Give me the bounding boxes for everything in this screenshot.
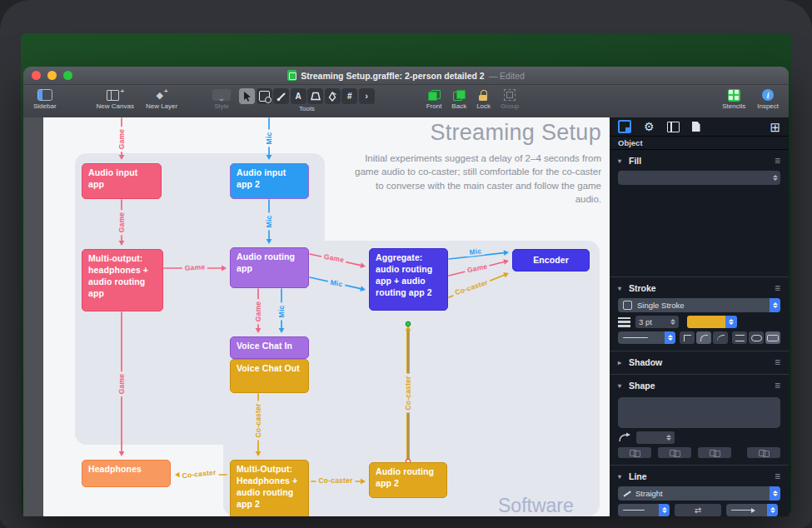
lock-button[interactable]: Lock <box>476 88 491 110</box>
stepper-icon <box>770 486 780 501</box>
object-inspector-tab-icon[interactable] <box>618 120 631 133</box>
line-section-header[interactable]: ▾ Line ≡ <box>610 470 789 483</box>
shape-radius-field[interactable] <box>636 431 675 444</box>
stroke-checkbox[interactable] <box>623 301 632 310</box>
stroke-section-header[interactable]: ▾ Stroke ≡ <box>610 281 789 295</box>
pen-icon <box>327 92 337 102</box>
line-type-popup[interactable]: Straight <box>618 486 780 501</box>
style-button[interactable]: Style <box>212 88 231 110</box>
stroke-type-row: Single Stroke <box>610 298 789 312</box>
node-aggregate[interactable]: Aggregate:audio routing app + audio rout… <box>369 248 448 311</box>
minimize-button[interactable] <box>47 71 57 80</box>
line-tool-button[interactable] <box>273 88 289 104</box>
subtract-button[interactable] <box>698 447 731 458</box>
shape-boolean-row <box>610 447 789 458</box>
stroke-type-popup[interactable]: Single Stroke <box>618 298 780 312</box>
shape-preview-well[interactable] <box>618 397 780 428</box>
canvas-viewport[interactable]: Streaming Setup Initial experiments sugg… <box>23 117 610 516</box>
bring-front-icon <box>428 90 441 101</box>
corner-arc-button[interactable] <box>713 331 728 344</box>
group-icon <box>504 89 516 101</box>
back-button[interactable]: Back <box>451 88 466 110</box>
line-endpoint-handle[interactable] <box>406 321 411 326</box>
stroke-pattern-popup[interactable] <box>618 331 675 344</box>
node-encoder[interactable]: Encoder <box>512 249 590 271</box>
shadow-section-header[interactable]: ▸ Shadow ≡ <box>610 356 789 369</box>
node-audio-input-app[interactable]: Audio input app <box>82 163 162 199</box>
node-voice-chat-out[interactable]: Voice Chat Out <box>230 359 309 393</box>
zoom-button[interactable] <box>63 71 72 80</box>
fill-menu-icon[interactable]: ≡ <box>775 156 780 166</box>
fill-type-popup[interactable] <box>618 171 780 185</box>
arrow-end-icon <box>731 508 755 513</box>
group-button[interactable]: Group <box>501 88 519 110</box>
intersect-button[interactable] <box>658 447 691 458</box>
new-layer-button[interactable]: ◆+ New Layer <box>146 88 177 110</box>
inspect-button[interactable]: i Inspect <box>757 88 779 110</box>
swap-ends-button[interactable]: ⇄ <box>675 504 721 516</box>
node-audio-routing-app[interactable]: Audio routing app <box>230 247 309 288</box>
front-button[interactable]: Front <box>426 88 442 110</box>
stroke-color-swatch <box>687 316 725 328</box>
canvas-tab-icon[interactable] <box>667 122 680 132</box>
close-button[interactable] <box>32 71 41 80</box>
corner-rounded-button[interactable] <box>696 331 711 344</box>
stroke-thickness-icon <box>618 317 630 327</box>
shape-tool-button[interactable] <box>257 88 272 104</box>
document-tab-icon[interactable] <box>692 122 700 132</box>
stroke-style-row <box>610 331 789 344</box>
stroke-width-field[interactable]: 3 pt <box>635 316 679 328</box>
node-headphones[interactable]: Headphones <box>82 460 171 487</box>
fill-type-row <box>610 171 789 185</box>
node-audio-routing-app-2[interactable]: Audio routing app 2 <box>369 462 447 498</box>
more-tools-button[interactable]: › <box>359 88 375 104</box>
diagram-layer: Streaming Setup Initial experiments sugg… <box>23 117 610 516</box>
edge-label: Mic <box>265 213 273 231</box>
chevron-right-icon: ▸ <box>618 359 625 366</box>
chevron-down-icon: ▾ <box>618 285 625 292</box>
tools-group: A # › Tools <box>239 85 375 112</box>
node-audio-input-app-2[interactable]: Audio input app 2 <box>230 163 309 199</box>
rect-stroke-button[interactable] <box>765 331 780 344</box>
new-canvas-button[interactable]: + New Canvas <box>97 88 134 110</box>
divider <box>610 465 789 466</box>
pen-tool-button[interactable] <box>325 88 341 104</box>
line-end-popup[interactable] <box>726 504 778 516</box>
line-menu-icon[interactable]: ≡ <box>775 471 780 481</box>
divide-button[interactable] <box>747 447 780 458</box>
new-canvas-icon <box>107 90 119 101</box>
pill-stroke-button[interactable] <box>749 331 764 344</box>
straight-line-icon <box>623 491 630 496</box>
shape-library-button[interactable] <box>307 88 323 104</box>
shape-section-header[interactable]: ▾ Shape ≡ <box>610 379 789 392</box>
text-tool-button[interactable]: A <box>291 88 306 104</box>
stroke-menu-icon[interactable]: ≡ <box>775 283 780 293</box>
corner-square-button[interactable] <box>680 331 695 344</box>
corner-radius-icon <box>618 432 631 443</box>
stepper-icon <box>770 298 780 312</box>
inspector-grid-icon[interactable]: ⊞ <box>770 121 780 133</box>
shadow-menu-icon[interactable]: ≡ <box>775 357 780 367</box>
stroke-width-row: 3 pt <box>610 316 789 328</box>
node-voice-chat-in[interactable]: Voice Chat In <box>230 336 309 359</box>
union-button[interactable] <box>618 447 651 458</box>
pointer-tool-button[interactable] <box>239 88 255 104</box>
sidebar-button[interactable]: Sidebar <box>33 88 57 110</box>
edge-label: Game <box>117 127 126 152</box>
line-ends-row: ⇄ <box>610 504 789 516</box>
title-bar[interactable]: Streaming Setup.graffle: 2-person detail… <box>23 67 789 85</box>
window-content: Streaming Setup Initial experiments sugg… <box>23 117 789 516</box>
artboard-tool-button[interactable]: # <box>341 88 357 104</box>
stencils-button[interactable]: Stencils <box>722 88 745 110</box>
stroke-color-popup[interactable] <box>687 316 737 328</box>
double-line-button[interactable] <box>732 331 747 344</box>
properties-tab-icon[interactable]: ⚙ <box>644 121 655 132</box>
document-icon <box>287 70 296 81</box>
node-multi-output-2[interactable]: Multi-Output:Headphones + audio routing … <box>230 460 309 516</box>
node-multi-output-headphones[interactable]: Multi-output:headphones + audio routing … <box>82 249 163 311</box>
inspector-panel: ⚙ ⊞ Object ▾ Fill ≡ <box>610 117 789 516</box>
fill-section-header[interactable]: ▾ Fill ≡ <box>610 154 789 167</box>
line-start-popup[interactable] <box>618 504 670 516</box>
more-tools-icon: › <box>366 92 368 101</box>
shape-menu-icon[interactable]: ≡ <box>775 381 780 391</box>
